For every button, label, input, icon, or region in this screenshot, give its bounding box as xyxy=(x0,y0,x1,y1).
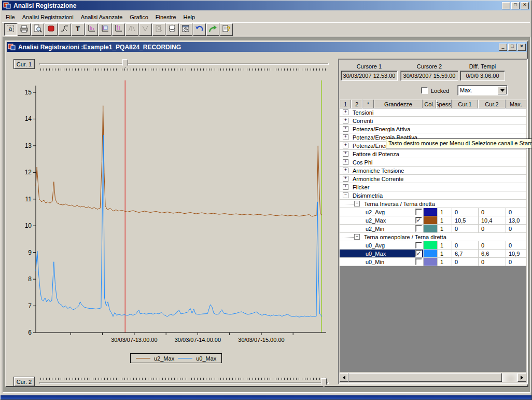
expand-toggle[interactable]: + xyxy=(343,118,348,123)
mode-dropdown[interactable]: Max. xyxy=(457,85,508,95)
print-preview-button[interactable] xyxy=(31,23,44,36)
child-close-button[interactable]: ✕ xyxy=(517,44,526,51)
tooltip: Tasto destro mouse per Menu di Selezione… xyxy=(386,139,532,148)
menu-item-analisi-avanzate[interactable]: Analisi Avanzate xyxy=(77,13,127,21)
menubar: FileAnalisi RegistrazioniAnalisi Avanzat… xyxy=(2,12,530,22)
close-button[interactable]: ✕ xyxy=(521,2,529,9)
cursor1-trackbar[interactable] xyxy=(38,59,330,70)
table-row[interactable]: u0_Min1000 xyxy=(340,258,526,266)
help-doc-button[interactable]: ? xyxy=(220,23,233,36)
color-swatch[interactable] xyxy=(423,225,437,232)
table-row[interactable]: u0_Avg1000 xyxy=(340,241,526,250)
grid-header-cell[interactable]: Cur.2 xyxy=(478,100,506,108)
axis-scale-2-button[interactable] xyxy=(99,23,111,36)
valley-button[interactable] xyxy=(139,23,152,36)
channel-checkbox[interactable] xyxy=(415,242,422,249)
expand-toggle[interactable]: + xyxy=(343,134,348,140)
table-row[interactable]: −Disimmetria xyxy=(340,191,526,200)
cursor2-trackbar[interactable] xyxy=(38,377,330,388)
table-row[interactable]: −Terna Inversa / Terna diretta xyxy=(340,200,526,208)
cursor2-track-groove[interactable] xyxy=(39,382,329,384)
table-row[interactable]: +Correnti xyxy=(340,117,526,125)
table-row[interactable]: −Terna omeopolare / Terna diretta xyxy=(340,233,526,241)
scrollbar-track[interactable] xyxy=(502,373,517,382)
text-tool-button[interactable]: T xyxy=(72,23,85,36)
expand-toggle[interactable]: + xyxy=(343,159,348,165)
scroll-left-button[interactable] xyxy=(340,373,348,382)
color-swatch[interactable] xyxy=(423,241,437,249)
grid-header-cell[interactable]: * xyxy=(362,100,374,108)
channel-checkbox[interactable] xyxy=(415,258,422,265)
peaks-button[interactable] xyxy=(125,23,138,36)
channel-checkbox[interactable]: ✓ xyxy=(415,217,422,224)
chart-plot[interactable]: 678910111213141530/03/07-13.00.0030/03/0… xyxy=(18,80,334,346)
expand-toggle[interactable]: − xyxy=(343,192,348,198)
menu-item-help[interactable]: Help xyxy=(180,13,199,21)
axis-scale-3-button[interactable] xyxy=(112,23,125,36)
table-row[interactable]: +Armoniche Tensione xyxy=(340,167,526,175)
expand-toggle[interactable]: + xyxy=(343,184,348,190)
expand-toggle[interactable]: − xyxy=(354,234,360,240)
expand-toggle[interactable]: + xyxy=(343,176,348,182)
probe-tool-button[interactable] xyxy=(58,23,71,36)
expand-toggle[interactable]: + xyxy=(343,143,348,148)
table-row[interactable]: u2_Max✓110,510,413,0 xyxy=(340,216,526,225)
channel-checkbox[interactable] xyxy=(415,225,422,232)
channel-checkbox[interactable]: ✓ xyxy=(415,250,422,257)
undo-button[interactable] xyxy=(193,23,206,36)
cursor2-slider-thumb[interactable] xyxy=(321,378,327,387)
color-swatch[interactable] xyxy=(423,208,437,216)
value-cell-cur2: 10,4 xyxy=(478,216,506,224)
color-swatch[interactable] xyxy=(423,258,437,266)
scroll-right-button[interactable] xyxy=(517,373,526,382)
menu-item-grafico[interactable]: Grafico xyxy=(126,13,151,21)
record-stop-button[interactable] xyxy=(45,23,58,36)
axis-scale-1-button[interactable] xyxy=(85,23,98,36)
grid-header-cell[interactable]: Cur.1 xyxy=(452,100,478,108)
table-row[interactable]: +Tensioni xyxy=(340,108,526,117)
cursor1-button[interactable]: Cur. 1 xyxy=(13,59,35,69)
dropdown-arrow-button[interactable] xyxy=(498,86,507,94)
grid-hscrollbar[interactable] xyxy=(340,373,526,382)
color-swatch[interactable] xyxy=(423,216,437,224)
redo-button[interactable] xyxy=(206,23,219,36)
grid-header-cell[interactable]: Spess. xyxy=(436,100,452,108)
cursor1-slider-thumb[interactable] xyxy=(122,59,128,68)
expand-toggle[interactable]: + xyxy=(343,151,348,157)
print-button[interactable] xyxy=(18,23,31,36)
grid-header-cell[interactable]: 2 xyxy=(351,100,362,108)
table-row[interactable]: +Cos Phi xyxy=(340,158,526,167)
grid-header-cell[interactable]: 1 xyxy=(340,100,351,108)
time-window-button[interactable] xyxy=(179,23,192,36)
cursor2-button[interactable]: Cur. 2 xyxy=(13,377,35,387)
table-row[interactable]: +Potenza/Energia Attiva xyxy=(340,125,526,133)
table-row[interactable]: u0_Max✓16,76,610,9 xyxy=(340,250,526,258)
grid-header-cell[interactable]: Col. xyxy=(423,100,436,108)
menu-item-file[interactable]: File xyxy=(2,13,19,21)
maximize-button[interactable]: □ xyxy=(511,2,520,9)
minimize-button[interactable]: _ xyxy=(502,2,510,9)
menu-item-finestre[interactable]: Finestre xyxy=(152,13,180,21)
scrollbar-thumb[interactable] xyxy=(348,373,502,382)
color-swatch[interactable] xyxy=(423,250,437,257)
annotate-a-button[interactable]: a xyxy=(4,23,17,36)
table-row[interactable]: u2_Avg1000 xyxy=(340,208,526,216)
grid-header-cell[interactable]: Max. xyxy=(506,100,526,108)
cursor1-track-groove[interactable] xyxy=(39,63,329,65)
locked-checkbox[interactable] xyxy=(421,87,428,94)
expand-toggle[interactable]: + xyxy=(343,168,348,173)
database-button[interactable] xyxy=(166,23,179,36)
expand-toggle[interactable]: + xyxy=(343,109,348,115)
expand-toggle[interactable]: − xyxy=(354,201,360,206)
child-minimize-button[interactable]: _ xyxy=(499,44,507,51)
table-row[interactable]: +Flicker xyxy=(340,183,526,191)
zoom-doc-button[interactable] xyxy=(152,23,165,36)
channel-checkbox[interactable] xyxy=(415,209,422,215)
menu-item-analisi-registrazioni[interactable]: Analisi Registrazioni xyxy=(19,13,77,21)
child-maximize-button[interactable]: □ xyxy=(508,44,516,51)
expand-toggle[interactable]: + xyxy=(343,126,348,132)
table-row[interactable]: +Armoniche Corrente xyxy=(340,175,526,183)
grid-header-cell[interactable]: Grandezze xyxy=(374,100,423,108)
table-row[interactable]: u2_Min1000 xyxy=(340,225,526,233)
table-row[interactable]: +Fattore di Potenza xyxy=(340,150,526,158)
